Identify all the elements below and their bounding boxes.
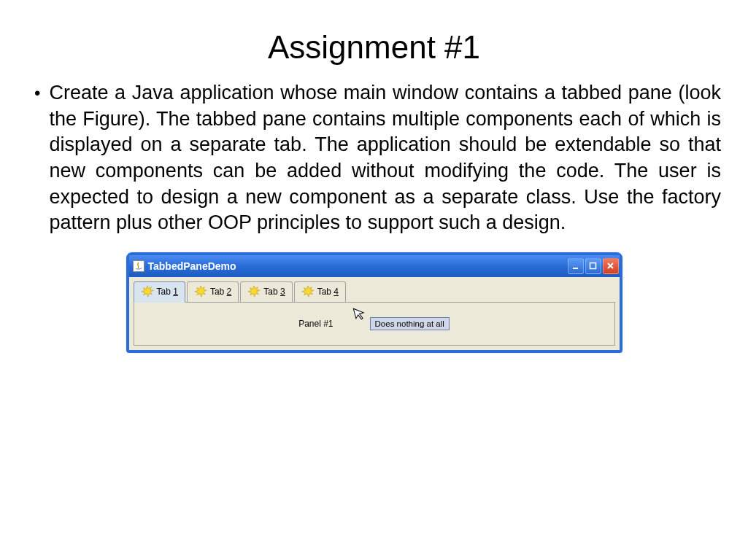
panel-label: Panel #1 <box>298 319 333 329</box>
java-app-icon <box>133 260 144 272</box>
svg-rect-0 <box>573 268 578 269</box>
window-controls <box>568 258 619 274</box>
tab-1[interactable]: Tab 1 <box>134 281 185 303</box>
figure: TabbedPaneDemo Tab 1 <box>126 252 622 353</box>
tooltip: Does nothing at all <box>370 317 450 330</box>
slide-title: Assignment #1 <box>26 29 722 66</box>
close-button[interactable] <box>603 258 619 274</box>
window: TabbedPaneDemo Tab 1 <box>126 252 622 353</box>
tab-4[interactable]: Tab 4 <box>294 281 346 302</box>
tab-label: Tab 3 <box>263 287 285 297</box>
tab-3[interactable]: Tab 3 <box>240 281 292 302</box>
cursor-icon <box>352 305 369 325</box>
svg-rect-1 <box>590 263 596 269</box>
burst-icon <box>141 285 154 298</box>
burst-icon <box>194 285 207 298</box>
tab-content-panel: Panel #1 Does nothing at all <box>134 302 615 346</box>
bullet-text: Create a Java application whose main win… <box>49 80 722 236</box>
window-title: TabbedPaneDemo <box>148 260 568 272</box>
tab-label: Tab 2 <box>210 287 231 297</box>
titlebar[interactable]: TabbedPaneDemo <box>129 255 620 277</box>
window-client-area: Tab 1 Tab 2 Tab 3 <box>129 277 620 350</box>
tab-label: Tab 1 <box>157 287 178 297</box>
tab-2[interactable]: Tab 2 <box>187 281 239 302</box>
bullet-marker: • <box>26 80 49 106</box>
tab-label: Tab 4 <box>317 287 339 297</box>
bullet-item: • Create a Java application whose main w… <box>26 80 722 236</box>
burst-icon <box>247 285 261 298</box>
minimize-button[interactable] <box>568 258 584 274</box>
tab-strip: Tab 1 Tab 2 Tab 3 <box>134 281 615 302</box>
burst-icon <box>301 285 315 298</box>
maximize-button[interactable] <box>585 258 601 274</box>
